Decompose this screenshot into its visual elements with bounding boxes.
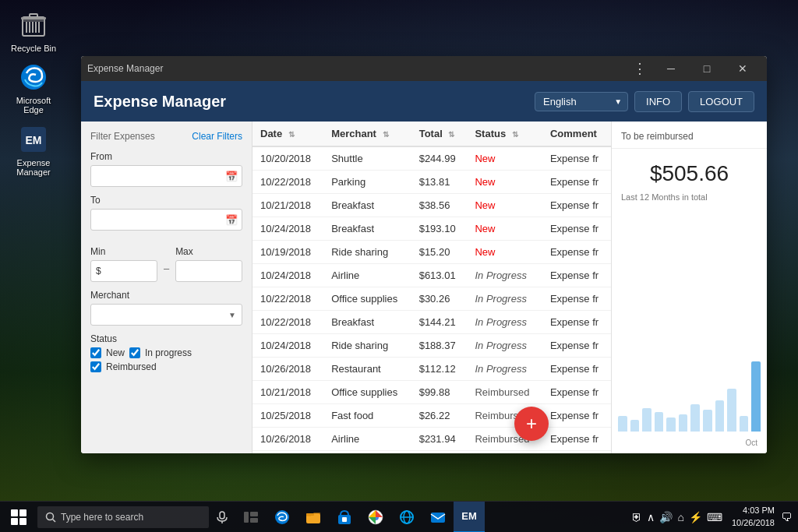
- cell-total: $38.56: [411, 194, 468, 217]
- col-comment: Comment: [542, 122, 611, 146]
- network-icon[interactable]: ⛨: [631, 511, 642, 523]
- cell-date: 10/25/2018: [252, 404, 323, 428]
- date-display: 10/26/2018: [732, 517, 775, 529]
- new-checkbox[interactable]: [90, 347, 101, 358]
- table-row[interactable]: 10/24/2018 Breakfast $618.88 Reimbursed …: [252, 451, 611, 454]
- cell-comment: Expense fr: [542, 404, 611, 428]
- table-row[interactable]: 10/26/2018 Restaurant $112.12 In Progres…: [252, 358, 611, 381]
- cell-merchant: Airline: [323, 428, 411, 451]
- cell-comment: Expense fr: [542, 194, 611, 217]
- recycle-bin-icon: [18, 9, 49, 41]
- cell-date: 10/21/2018: [252, 194, 323, 217]
- table-row[interactable]: 10/21/2018 Office supplies $99.88 Reimbu…: [252, 381, 611, 404]
- cell-merchant: Office supplies: [323, 381, 411, 404]
- merchant-wrapper: Shuttle Parking Breakfast Airline Restau…: [90, 304, 242, 326]
- expenses-table: Date ⇅ Merchant ⇅ Total ⇅ Status ⇅ Comme…: [252, 122, 611, 453]
- bar-oct: [751, 361, 761, 432]
- table-row[interactable]: 10/26/2018 Airline $231.94 Reimbursed Ex…: [252, 428, 611, 451]
- max-section: Max: [175, 238, 242, 282]
- table-row[interactable]: 10/24/2018 Airline $613.01 In Progress E…: [252, 264, 611, 287]
- cell-status: New: [467, 217, 542, 241]
- oct-label: Oct: [745, 439, 757, 447]
- cell-comment: Expense fr: [542, 217, 611, 241]
- taskbar-search[interactable]: Type here to search: [37, 506, 209, 528]
- table-row[interactable]: 10/19/2018 Ride sharing $15.20 New Expen…: [252, 241, 611, 264]
- start-button[interactable]: [0, 502, 37, 533]
- table-row[interactable]: 10/22/2018 Parking $13.81 New Expense fr: [252, 171, 611, 194]
- col-status[interactable]: Status ⇅: [467, 122, 542, 146]
- fab-add-button[interactable]: +: [514, 407, 549, 441]
- taskbar-explorer[interactable]: [298, 502, 329, 533]
- volume-icon[interactable]: 🔊: [659, 511, 673, 523]
- taskbar-edge[interactable]: [267, 502, 298, 533]
- battery-icon[interactable]: ⚡: [689, 511, 702, 523]
- cell-total: $193.10: [411, 217, 468, 241]
- taskbar-clock[interactable]: 4:03 PM 10/26/2018: [732, 505, 775, 529]
- reimbursed-checkbox[interactable]: [90, 361, 101, 372]
- microphone-icon[interactable]: [215, 510, 229, 524]
- to-date-input[interactable]: [90, 209, 242, 231]
- cell-status: Reimbursed: [467, 381, 542, 404]
- taskbar-chrome[interactable]: [360, 502, 391, 533]
- svg-rect-16: [244, 512, 249, 523]
- min-input[interactable]: [103, 266, 152, 277]
- app-body: Filter Expenses Clear Filters From 📅 To …: [81, 122, 767, 453]
- logout-button[interactable]: LOGOUT: [688, 91, 754, 112]
- table-row[interactable]: 10/24/2018 Ride sharing $188.37 In Progr…: [252, 334, 611, 358]
- cell-date: 10/22/2018: [252, 311, 323, 334]
- col-merchant[interactable]: Merchant ⇅: [323, 122, 411, 146]
- taskbar-mail[interactable]: [422, 502, 454, 533]
- cell-date: 10/20/2018: [252, 146, 323, 171]
- desktop-icon-edge[interactable]: Microsoft Edge: [6, 58, 61, 118]
- desktop-icon-expense-manager[interactable]: EM Expense Manager: [6, 121, 61, 180]
- chevron-icon[interactable]: ∧: [647, 511, 655, 523]
- language-select[interactable]: English French German: [535, 92, 628, 111]
- svg-rect-29: [431, 513, 445, 523]
- title-bar-menu-icon[interactable]: ⋮: [633, 60, 647, 77]
- table-row[interactable]: 10/22/2018 Breakfast $144.21 In Progress…: [252, 311, 611, 334]
- taskbar-right: ⛨ ∧ 🔊 ⌂ ⚡ ⌨ 4:03 PM 10/26/2018 🗨: [631, 505, 798, 529]
- max-input[interactable]: [175, 260, 242, 282]
- right-panel: To be reimbursed $505.66 Last 12 Months …: [611, 122, 767, 453]
- table-row[interactable]: 10/20/2018 Shuttle $244.99 New Expense f…: [252, 146, 611, 171]
- table-row[interactable]: 10/25/2018 Fast food $26.22 Reimbursed E…: [252, 404, 611, 428]
- col-date[interactable]: Date ⇅: [252, 122, 323, 146]
- in-progress-checkbox[interactable]: [129, 347, 140, 358]
- taskbar-store[interactable]: [329, 502, 360, 533]
- table-row[interactable]: 10/21/2018 Breakfast $38.56 New Expense …: [252, 194, 611, 217]
- edge-label: Microsoft Edge: [9, 96, 58, 115]
- cell-total: $99.88: [411, 381, 468, 404]
- from-date-wrapper: 📅: [90, 165, 242, 187]
- chart-area: Oct: [612, 211, 767, 453]
- close-button[interactable]: ✕: [725, 56, 761, 81]
- cell-status: New: [467, 194, 542, 217]
- minimize-button[interactable]: ─: [653, 56, 689, 81]
- svg-rect-17: [250, 512, 258, 516]
- bar-4: [655, 412, 664, 432]
- merchant-select[interactable]: Shuttle Parking Breakfast Airline Restau…: [90, 304, 242, 326]
- info-button[interactable]: INFO: [634, 91, 682, 112]
- desktop-icon-recycle-bin[interactable]: Recycle Bin: [6, 6, 61, 56]
- notification-icon[interactable]: 🗨: [781, 511, 792, 523]
- cell-date: 10/24/2018: [252, 451, 323, 454]
- table-row[interactable]: 10/24/2018 Breakfast $193.10 New Expense…: [252, 217, 611, 241]
- search-icon: [45, 512, 56, 523]
- table-area[interactable]: Date ⇅ Merchant ⇅ Total ⇅ Status ⇅ Comme…: [252, 122, 611, 453]
- edge-icon: [18, 62, 49, 93]
- taskbar-cortana[interactable]: [235, 502, 267, 533]
- wifi-icon[interactable]: ⌂: [677, 511, 683, 523]
- taskbar-expense-manager[interactable]: EM: [454, 502, 485, 533]
- taskbar-ie[interactable]: [391, 502, 422, 533]
- svg-rect-7: [30, 14, 37, 17]
- clear-filters-link[interactable]: Clear Filters: [192, 131, 242, 142]
- maximize-button[interactable]: □: [689, 56, 725, 81]
- bar-11: [740, 416, 749, 432]
- to-label: To: [90, 195, 242, 206]
- cell-comment: Expense fr: [542, 451, 611, 454]
- col-total[interactable]: Total ⇅: [411, 122, 468, 146]
- bar-8: [703, 410, 712, 432]
- dash: –: [164, 262, 169, 274]
- table-row[interactable]: 10/22/2018 Office supplies $30.26 In Pro…: [252, 287, 611, 311]
- from-date-input[interactable]: [90, 165, 242, 187]
- language-icon[interactable]: ⌨: [707, 511, 722, 523]
